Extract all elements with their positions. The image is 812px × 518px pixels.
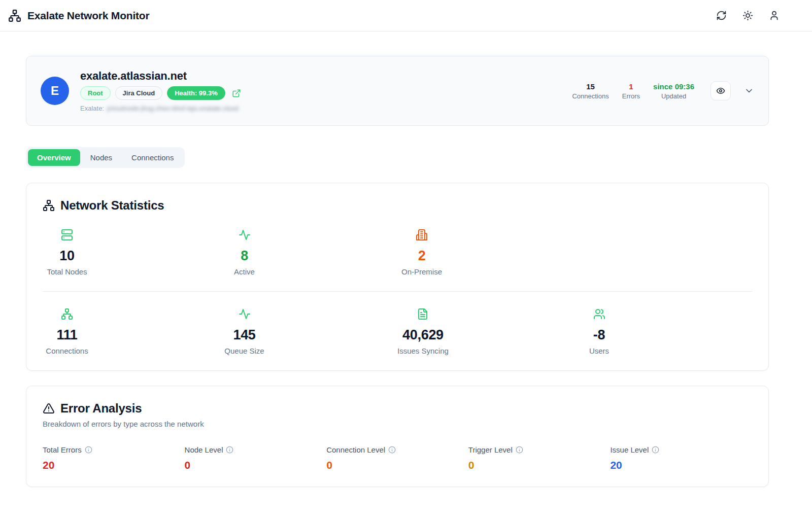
info-icon[interactable] bbox=[85, 446, 92, 454]
node-title: exalate.atlassian.net bbox=[80, 70, 241, 83]
node-stat-value: 15 bbox=[572, 82, 608, 91]
root-badge: Root bbox=[80, 86, 111, 100]
network-logo-icon bbox=[8, 9, 21, 22]
error-label-text: Issue Level bbox=[610, 445, 649, 454]
network-statistics-card: Network Statistics 10Total Nodes8Active2… bbox=[26, 183, 769, 371]
node-stat-value: 1 bbox=[622, 82, 640, 91]
stat-active: 8Active bbox=[220, 229, 269, 276]
external-link-icon[interactable] bbox=[232, 89, 241, 98]
activity-icon bbox=[239, 308, 251, 320]
users-icon bbox=[593, 308, 605, 320]
chevron-down-icon bbox=[744, 86, 754, 96]
node-stat-label: Errors bbox=[622, 92, 640, 100]
error-analysis-card: Error Analysis Breakdown of errors by ty… bbox=[26, 386, 769, 487]
stat-label: Total Nodes bbox=[43, 267, 91, 276]
tab-nodes[interactable]: Nodes bbox=[81, 149, 121, 166]
info-icon[interactable] bbox=[516, 446, 523, 454]
top-bar: Exalate Network Monitor bbox=[0, 0, 812, 31]
alert-triangle-icon bbox=[43, 402, 55, 415]
user-menu-button[interactable] bbox=[769, 10, 780, 21]
stat-value: -8 bbox=[575, 327, 624, 343]
stat-users: -8Users bbox=[575, 308, 624, 355]
view-details-button[interactable] bbox=[710, 81, 731, 100]
stat-value: 111 bbox=[43, 327, 91, 343]
stat-value: 2 bbox=[397, 248, 446, 264]
error-stat-trigger-level: Trigger Level0 bbox=[468, 445, 611, 471]
error-analysis-subtitle: Breakdown of errors by type across the n… bbox=[43, 420, 752, 428]
error-label-text: Node Level bbox=[185, 445, 223, 454]
exalate-url: jcloudnode-jhug-zhex-bhof-tqio.exalate.c… bbox=[107, 105, 239, 112]
info-icon[interactable] bbox=[652, 446, 659, 454]
node-stat-value: since 09:36 bbox=[653, 82, 694, 91]
network-statistics-title: Network Statistics bbox=[60, 198, 164, 213]
activity-icon bbox=[239, 229, 251, 241]
theme-toggle-button[interactable] bbox=[742, 10, 753, 21]
main-content: E exalate.atlassian.net Root Jira Cloud … bbox=[26, 31, 769, 507]
refresh-icon bbox=[716, 10, 727, 21]
stat-connections: 111Connections bbox=[43, 308, 91, 355]
expand-node-button[interactable] bbox=[744, 86, 754, 96]
node-stat-errors: 1Errors bbox=[622, 82, 640, 100]
tab-overview[interactable]: Overview bbox=[28, 149, 80, 166]
stat-value: 10 bbox=[43, 248, 91, 264]
stat-value: 8 bbox=[220, 248, 269, 264]
network-icon bbox=[43, 199, 55, 212]
stat-label: Users bbox=[575, 347, 624, 355]
health-badge: Health: 99.3% bbox=[167, 86, 225, 100]
stat-label: Queue Size bbox=[220, 347, 269, 355]
node-card-stats: 15Connections1Errorssince 09:36Updated bbox=[572, 82, 694, 100]
stat-label: Active bbox=[220, 267, 269, 276]
error-stat-node-level: Node Level0 bbox=[185, 445, 327, 471]
error-stat-label: Total Errors bbox=[43, 445, 185, 454]
error-stat-issue-level: Issue Level20 bbox=[610, 445, 752, 471]
user-icon bbox=[769, 10, 780, 21]
error-label-text: Connection Level bbox=[326, 445, 385, 454]
node-avatar: E bbox=[41, 77, 69, 105]
error-stat-value: 20 bbox=[610, 459, 752, 471]
node-stat-label: Connections bbox=[572, 92, 608, 100]
app-title: Exalate Network Monitor bbox=[27, 10, 149, 22]
node-stat-connections: 15Connections bbox=[572, 82, 608, 100]
error-grid: Total Errors20Node Level0Connection Leve… bbox=[43, 445, 752, 471]
error-label-text: Trigger Level bbox=[468, 445, 513, 454]
error-stat-total-errors: Total Errors20 bbox=[43, 445, 185, 471]
error-stat-value: 0 bbox=[185, 459, 327, 471]
info-icon[interactable] bbox=[388, 446, 396, 454]
error-stat-label: Issue Level bbox=[610, 445, 752, 454]
node-stat-updated: since 09:36Updated bbox=[653, 82, 694, 100]
error-stat-value: 20 bbox=[43, 459, 185, 471]
exalate-label: Exalate: bbox=[80, 105, 104, 112]
error-label-text: Total Errors bbox=[43, 445, 82, 454]
stats-divider bbox=[43, 291, 752, 292]
platform-badge: Jira Cloud bbox=[115, 86, 163, 100]
error-stat-label: Trigger Level bbox=[468, 445, 611, 454]
stat-queue-size: 145Queue Size bbox=[220, 308, 269, 355]
stats-row-1: 10Total Nodes8Active2On-Premise bbox=[43, 229, 752, 276]
stat-issues-syncing: 40,629Issues Syncing bbox=[397, 308, 449, 355]
eye-icon bbox=[716, 86, 725, 95]
stat-value: 145 bbox=[220, 327, 269, 343]
stat-value: 40,629 bbox=[397, 327, 449, 343]
tabs: OverviewNodesConnections bbox=[26, 147, 185, 168]
node-stat-label: Updated bbox=[653, 92, 694, 100]
stat-label: Issues Syncing bbox=[397, 347, 449, 355]
error-analysis-title: Error Analysis bbox=[60, 401, 142, 416]
error-stat-label: Node Level bbox=[185, 445, 327, 454]
file-text-icon bbox=[417, 308, 429, 320]
stats-row-2: 111Connections145Queue Size40,629Issues … bbox=[43, 308, 752, 355]
refresh-button[interactable] bbox=[716, 10, 727, 21]
stat-label: Connections bbox=[43, 347, 91, 355]
error-stat-connection-level: Connection Level0 bbox=[326, 445, 468, 471]
error-stat-value: 0 bbox=[326, 459, 468, 471]
network-icon bbox=[61, 308, 73, 320]
server-icon bbox=[61, 229, 73, 241]
error-stat-label: Connection Level bbox=[326, 445, 468, 454]
sun-icon bbox=[742, 10, 753, 21]
stat-on-premise: 2On-Premise bbox=[397, 229, 446, 276]
tab-connections[interactable]: Connections bbox=[122, 149, 183, 166]
stat-label: On-Premise bbox=[397, 267, 446, 276]
building-icon bbox=[416, 229, 428, 241]
node-summary-card: E exalate.atlassian.net Root Jira Cloud … bbox=[26, 56, 769, 126]
error-stat-value: 0 bbox=[468, 459, 611, 471]
info-icon[interactable] bbox=[226, 446, 233, 454]
